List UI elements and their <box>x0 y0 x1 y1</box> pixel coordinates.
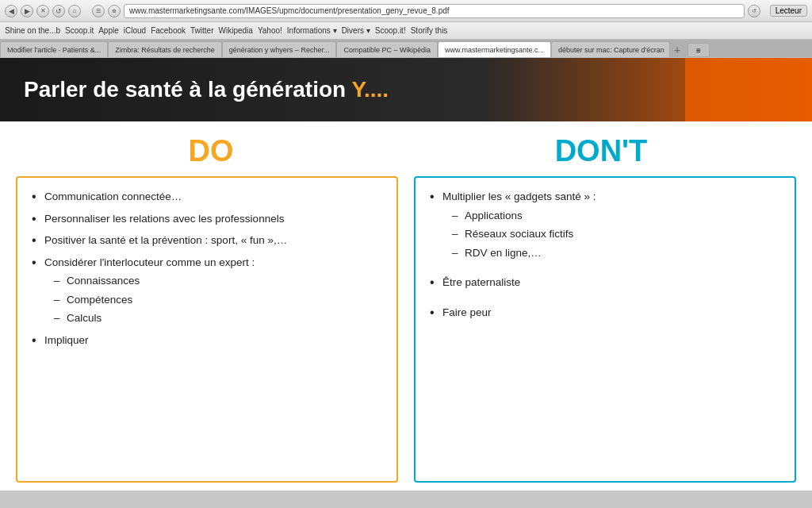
sidebar-button[interactable]: ☰ <box>92 5 105 17</box>
do-box: Communication connectée… Personnaliser l… <box>16 176 398 483</box>
tabs-bar: Modifier l'article · Patients &... Zimbr… <box>0 40 812 57</box>
toolbar: ◀ ▶ ✕ ↺ ⌂ ☰ ⊕ www.mastermarketingsante.c… <box>0 0 812 22</box>
bookmark-scoopit[interactable]: Scoop.it <box>65 26 94 35</box>
bookmark-apple[interactable]: Apple <box>98 26 119 35</box>
bookmark-icloud[interactable]: iCloud <box>124 26 146 35</box>
header-bg-orange <box>685 58 812 121</box>
do-item-4-text: Impliquer <box>44 334 89 346</box>
do-item-3: Considérer l'interlocuteur comme un expe… <box>30 255 384 326</box>
columns-header: DO DON'T <box>16 134 796 168</box>
bookmark-scoopit2[interactable]: Scoop.it! <box>375 26 406 35</box>
dont-header: DON'T <box>406 134 796 168</box>
do-item-0-text: Communication connectée… <box>44 190 182 202</box>
do-item-1-text: Personnaliser les relations avec les pro… <box>44 213 284 225</box>
dont-item-0-text: Multiplier les « gadgets santé » : <box>442 190 596 202</box>
do-item-0: Communication connectée… <box>30 189 384 205</box>
do-item-2-text: Positiver la santé et la prévention : sp… <box>44 234 287 246</box>
columns-content: Communication connectée… Personnaliser l… <box>16 176 796 483</box>
bookmark-facebook[interactable]: Facebook <box>151 26 186 35</box>
bookmark-yahoo[interactable]: Yahoo! <box>258 26 282 35</box>
dont-sub-0-0: Applications <box>450 208 782 224</box>
back-button[interactable]: ◀ <box>5 5 17 17</box>
do-item-1: Personnaliser les relations avec les pro… <box>30 211 384 227</box>
new-tab-button[interactable]: + <box>670 43 684 57</box>
dont-item-2-text: Faire peur <box>442 306 492 318</box>
do-item-4: Impliquer <box>30 333 384 348</box>
do-item-3-text: Considérer l'interlocuteur comme un expe… <box>44 256 255 268</box>
browser-chrome: ◀ ▶ ✕ ↺ ⌂ ☰ ⊕ www.mastermarketingsante.c… <box>0 0 812 58</box>
title-text: Parler de santé à la génération <box>24 77 351 102</box>
tab-1[interactable]: Zimbra: Résultats de recherche <box>108 41 222 57</box>
bookmarks-bar: Shine on the...b Scoop.it Apple iCloud F… <box>0 22 812 40</box>
dont-list: Multiplier les « gadgets santé » : Appli… <box>428 189 782 320</box>
do-sub-3-2: Calculs <box>52 310 384 326</box>
dont-item-1: Être paternaliste <box>428 275 782 291</box>
tab-2[interactable]: génération y whyers – Recher... <box>222 41 337 57</box>
do-list: Communication connectée… Personnaliser l… <box>30 189 384 348</box>
do-sub-3-1: Compétences <box>52 292 384 308</box>
stop-button[interactable]: ✕ <box>36 5 49 17</box>
reload-btn2[interactable]: ↺ <box>748 5 760 17</box>
rss-button[interactable]: ⊕ <box>108 5 121 17</box>
dont-sublist-0: Applications Réseaux sociaux fictifs RDV… <box>450 208 782 261</box>
dont-item-2: Faire peur <box>428 305 782 321</box>
do-sub-3-0: Connaissances <box>52 273 384 289</box>
content-area: Parler de santé à la génération Y.... DO… <box>0 58 812 491</box>
forward-button[interactable]: ▶ <box>21 5 33 17</box>
tab-0[interactable]: Modifier l'article · Patients &... <box>0 41 108 57</box>
do-item-2: Positiver la santé et la prévention : sp… <box>30 233 384 248</box>
dont-box: Multiplier les « gadgets santé » : Appli… <box>414 176 796 483</box>
slide-body: DO DON'T Communication connectée… Person… <box>0 121 812 491</box>
do-sublist-3: Connaissances Compétences Calculs <box>52 273 384 326</box>
bookmark-wikipedia[interactable]: Wikipedia <box>219 26 253 35</box>
dont-item-1-text: Être paternaliste <box>442 276 520 288</box>
dont-item-0: Multiplier les « gadgets santé » : Appli… <box>428 189 782 260</box>
slide-title: Parler de santé à la génération Y.... <box>24 77 389 102</box>
reader-button[interactable]: Lecteur <box>770 5 807 17</box>
bookmark-informations[interactable]: Informations ▾ <box>287 26 337 35</box>
tab-3[interactable]: Compatible PC – Wikipédia <box>336 41 438 57</box>
bookmark-twitter[interactable]: Twitter <box>190 26 213 35</box>
refresh-button[interactable]: ↺ <box>52 5 65 17</box>
do-header: DO <box>16 134 406 168</box>
slide-header: Parler de santé à la génération Y.... <box>0 58 812 121</box>
dont-sub-0-1: Réseaux sociaux fictifs <box>450 226 782 242</box>
bookmark-divers[interactable]: Divers ▾ <box>342 26 370 35</box>
home-button[interactable]: ⌂ <box>68 5 81 17</box>
dont-sub-0-2: RDV en ligne,… <box>450 245 782 261</box>
bookmark-storify[interactable]: Storify this <box>411 26 448 35</box>
tab-5[interactable]: débuter sur mac: Capture d'écran <box>551 41 670 57</box>
address-bar[interactable]: www.mastermarketingsante.com/IMAGES/upmc… <box>124 4 745 18</box>
tab-list-button[interactable]: ≡ <box>688 43 710 57</box>
bookmark-shineontheb[interactable]: Shine on the...b <box>5 26 60 35</box>
tab-4[interactable]: www.mastermarketingsante.c... <box>438 41 551 57</box>
title-highlight: Y.... <box>351 77 389 102</box>
address-text: www.mastermarketingsante.com/IMAGES/upmc… <box>129 6 450 15</box>
